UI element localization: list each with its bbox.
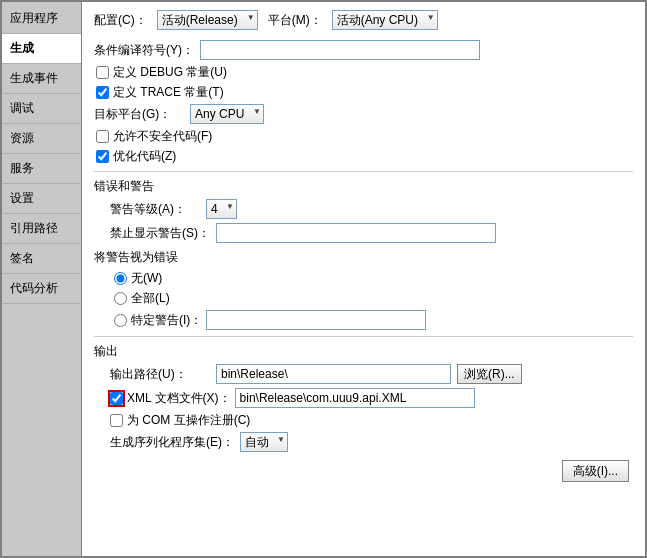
xml-file-label: XML 文档文件(X)： — [127, 390, 231, 407]
define-trace-checkbox[interactable] — [96, 86, 109, 99]
treat-warnings-title: 将警告视为错误 — [94, 249, 633, 266]
conditional-label: 条件编译符号(Y)： — [94, 42, 194, 59]
radio-all-label: 全部(L) — [131, 290, 170, 307]
target-platform-label: 目标平台(G)： — [94, 106, 184, 123]
allow-unsafe-row: 允许不安全代码(F) — [94, 128, 633, 145]
output-path-label: 输出路径(U)： — [110, 366, 210, 383]
errors-warnings-title: 错误和警告 — [94, 178, 633, 195]
sidebar-item-debug[interactable]: 调试 — [2, 94, 81, 124]
xml-file-row: XML 文档文件(X)： — [94, 388, 633, 408]
conditional-input[interactable] — [200, 40, 480, 60]
sidebar-item-code-analysis[interactable]: 代码分析 — [2, 274, 81, 304]
specific-warnings-input[interactable] — [206, 310, 426, 330]
advanced-button[interactable]: 高级(I)... — [562, 460, 629, 482]
config-select[interactable]: 活动(Release) — [157, 10, 258, 30]
config-label: 配置(C)： — [94, 12, 147, 29]
suppress-warnings-label: 禁止显示警告(S)： — [110, 225, 210, 242]
suppress-warnings-input[interactable] — [216, 223, 496, 243]
main-content: 配置(C)： 活动(Release) 平台(M)： 活动(Any CPU) 条件… — [82, 2, 645, 556]
sidebar: 应用程序 生成 生成事件 调试 资源 服务 设置 引用路径 签名 代码分析 — [2, 2, 82, 556]
sidebar-item-reference-paths[interactable]: 引用路径 — [2, 214, 81, 244]
define-debug-label: 定义 DEBUG 常量(U) — [113, 64, 227, 81]
conditional-row: 条件编译符号(Y)： — [94, 40, 633, 60]
sidebar-item-resources[interactable]: 资源 — [2, 124, 81, 154]
config-row: 配置(C)： 活动(Release) 平台(M)： 活动(Any CPU) — [94, 10, 633, 30]
output-title: 输出 — [94, 343, 633, 360]
warning-level-select-wrap: 4 — [206, 199, 237, 219]
sidebar-item-signing[interactable]: 签名 — [2, 244, 81, 274]
optimize-checkbox[interactable] — [96, 150, 109, 163]
target-platform-select-wrap: Any CPU — [190, 104, 264, 124]
warning-level-label: 警告等级(A)： — [110, 201, 200, 218]
radio-specific-label: 特定警告(I)： — [131, 312, 202, 329]
platform-select-wrap: 活动(Any CPU) — [332, 10, 438, 30]
define-debug-checkbox[interactable] — [96, 66, 109, 79]
xml-doc-checkbox[interactable] — [110, 392, 123, 405]
output-path-input[interactable] — [216, 364, 451, 384]
browse-button[interactable]: 浏览(R)... — [457, 364, 522, 384]
divider2 — [94, 336, 633, 337]
output-path-row: 输出路径(U)： 浏览(R)... — [94, 364, 633, 384]
radio-none-row: 无(W) — [110, 270, 633, 287]
radio-none[interactable] — [114, 272, 127, 285]
suppress-warnings-row: 禁止显示警告(S)： — [110, 223, 633, 243]
define-trace-label: 定义 TRACE 常量(T) — [113, 84, 224, 101]
divider1 — [94, 171, 633, 172]
warning-level-select[interactable]: 4 — [206, 199, 237, 219]
com-register-label: 为 COM 互操作注册(C) — [127, 412, 250, 429]
target-platform-select[interactable]: Any CPU — [190, 104, 264, 124]
warning-level-row: 警告等级(A)： 4 — [110, 199, 633, 219]
serialization-select-wrap: 自动 — [240, 432, 288, 452]
serialization-row: 生成序列化程序集(E)： 自动 — [94, 432, 633, 452]
xml-file-input[interactable] — [235, 388, 475, 408]
radio-all-row: 全部(L) — [110, 290, 633, 307]
serialization-select[interactable]: 自动 — [240, 432, 288, 452]
allow-unsafe-label: 允许不安全代码(F) — [113, 128, 212, 145]
sidebar-item-services[interactable]: 服务 — [2, 154, 81, 184]
radio-all[interactable] — [114, 292, 127, 305]
define-trace-row: 定义 TRACE 常量(T) — [94, 84, 633, 101]
config-select-wrap: 活动(Release) — [157, 10, 258, 30]
sidebar-item-app[interactable]: 应用程序 — [2, 4, 81, 34]
radio-specific[interactable] — [114, 314, 127, 327]
optimize-label: 优化代码(Z) — [113, 148, 176, 165]
optimize-row: 优化代码(Z) — [94, 148, 633, 165]
advanced-row: 高级(I)... — [94, 460, 633, 482]
platform-select[interactable]: 活动(Any CPU) — [332, 10, 438, 30]
serialization-label: 生成序列化程序集(E)： — [110, 434, 234, 451]
platform-label: 平台(M)： — [268, 12, 322, 29]
target-platform-row: 目标平台(G)： Any CPU — [94, 104, 633, 124]
com-register-row: 为 COM 互操作注册(C) — [94, 412, 633, 429]
sidebar-item-build[interactable]: 生成 — [2, 34, 81, 64]
sidebar-item-settings[interactable]: 设置 — [2, 184, 81, 214]
sidebar-item-build-events[interactable]: 生成事件 — [2, 64, 81, 94]
allow-unsafe-checkbox[interactable] — [96, 130, 109, 143]
com-register-checkbox[interactable] — [110, 414, 123, 427]
define-debug-row: 定义 DEBUG 常量(U) — [94, 64, 633, 81]
radio-specific-row: 特定警告(I)： — [110, 310, 633, 330]
radio-none-label: 无(W) — [131, 270, 162, 287]
